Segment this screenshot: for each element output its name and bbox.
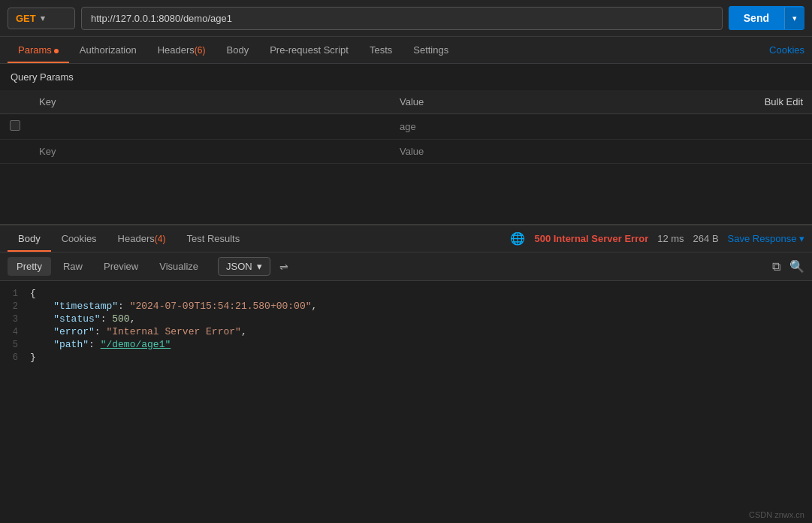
line-content-2: "timestamp": "2024-07-09T15:54:21.580+00… (30, 301, 812, 312)
row2-key[interactable]: Key (30, 140, 391, 164)
line-content-5: "path": "/demo/age1" (30, 339, 812, 350)
line-content-3: "status": 500, (30, 313, 812, 325)
format-bar: Pretty Raw Preview Visualize JSON ▾ ⇌ ⧉ … (0, 252, 812, 281)
code-line-5: 5 "path": "/demo/age1" (0, 338, 812, 351)
params-dot (54, 49, 59, 53)
row1-value[interactable]: age (391, 114, 571, 140)
tab-tests[interactable]: Tests (359, 37, 403, 63)
row1-key[interactable] (30, 114, 391, 140)
url-bar: GET ▾ Send ▾ (0, 0, 812, 37)
line-num-3: 3 (0, 313, 30, 325)
response-status-area: 🌐 500 Internal Server Error 12 ms 264 B … (510, 231, 804, 246)
resp-tab-cookies[interactable]: Cookies (51, 225, 107, 252)
cookies-link[interactable]: Cookies (769, 44, 804, 56)
col-value: Value (391, 90, 571, 114)
params-table: Key Value Bulk Edit age Key Value (0, 90, 812, 164)
code-line-3: 3 "status": 500, (0, 313, 812, 325)
json-format-selector[interactable]: JSON ▾ (218, 257, 270, 276)
tab-body[interactable]: Body (216, 37, 260, 63)
tab-settings[interactable]: Settings (403, 37, 459, 63)
col-bulk[interactable]: Bulk Edit (571, 90, 812, 114)
resp-tab-body[interactable]: Body (8, 225, 51, 252)
watermark: CSDN znwx.cn (749, 510, 804, 519)
fmt-tab-visualize[interactable]: Visualize (150, 257, 207, 276)
response-time: 12 ms (657, 233, 684, 244)
save-response-button[interactable]: Save Response ▾ (728, 233, 804, 244)
code-line-4: 4 "error": "Internal Server Error", (0, 325, 812, 338)
row1-checkbox-cell (0, 114, 30, 140)
code-area: 1 { 2 "timestamp": "2024-07-09T15:54:21.… (0, 281, 812, 370)
table-row: age (0, 114, 812, 140)
send-button[interactable]: Send (729, 6, 784, 30)
row2-value[interactable]: Value (391, 140, 571, 164)
globe-icon: 🌐 (510, 231, 525, 246)
request-tabs-bar: Params Authorization Headers(6) Body Pre… (0, 37, 812, 64)
line-num-5: 5 (0, 339, 30, 350)
response-section: Body Cookies Headers(4) Test Results 🌐 5… (0, 224, 812, 370)
col-key: Key (30, 90, 391, 114)
row1-extra (571, 114, 812, 140)
code-line-2: 2 "timestamp": "2024-07-09T15:54:21.580+… (0, 300, 812, 313)
line-num-6: 6 (0, 352, 30, 363)
line-content-1: { (30, 288, 812, 299)
tab-headers[interactable]: Headers(6) (147, 37, 216, 63)
line-num-2: 2 (0, 301, 30, 312)
fmt-tab-pretty[interactable]: Pretty (8, 257, 51, 276)
tab-prerequest[interactable]: Pre-request Script (259, 37, 359, 63)
response-tabs-bar: Body Cookies Headers(4) Test Results 🌐 5… (0, 225, 812, 252)
fmt-tab-preview[interactable]: Preview (95, 257, 147, 276)
status-code: 500 Internal Server Error (534, 233, 648, 244)
row2-extra (571, 140, 812, 164)
code-line-1: 1 { (0, 287, 812, 300)
headers-badge: (6) (195, 45, 206, 56)
query-params-title: Query Params (0, 64, 812, 90)
search-icon[interactable]: 🔍 (789, 259, 804, 274)
method-selector[interactable]: GET ▾ (8, 8, 75, 29)
url-input[interactable] (81, 7, 723, 30)
col-checkbox (0, 90, 30, 114)
method-chevron: ▾ (41, 14, 45, 23)
response-size: 264 B (693, 233, 719, 244)
resp-tab-test-results[interactable]: Test Results (176, 225, 250, 252)
row1-checkbox[interactable] (10, 120, 20, 131)
line-content-6: } (30, 352, 812, 363)
tab-params[interactable]: Params (8, 37, 69, 63)
send-button-wrap: Send ▾ (729, 6, 804, 30)
resp-headers-badge: (4) (155, 234, 166, 244)
line-num-1: 1 (0, 288, 30, 299)
resp-tab-headers[interactable]: Headers(4) (107, 225, 177, 252)
tab-authorization[interactable]: Authorization (69, 37, 147, 63)
copy-icon[interactable]: ⧉ (772, 260, 780, 274)
json-chevron: ▾ (257, 261, 262, 272)
line-num-4: 4 (0, 326, 30, 337)
row2-checkbox-cell (0, 140, 30, 164)
send-arrow-button[interactable]: ▾ (784, 8, 804, 29)
method-label: GET (16, 13, 36, 24)
table-row: Key Value (0, 140, 812, 164)
fmt-tab-raw[interactable]: Raw (54, 257, 92, 276)
spacer (0, 164, 812, 224)
code-line-6: 6 } (0, 351, 812, 364)
line-content-4: "error": "Internal Server Error", (30, 326, 812, 337)
filter-icon[interactable]: ⇌ (279, 261, 288, 273)
